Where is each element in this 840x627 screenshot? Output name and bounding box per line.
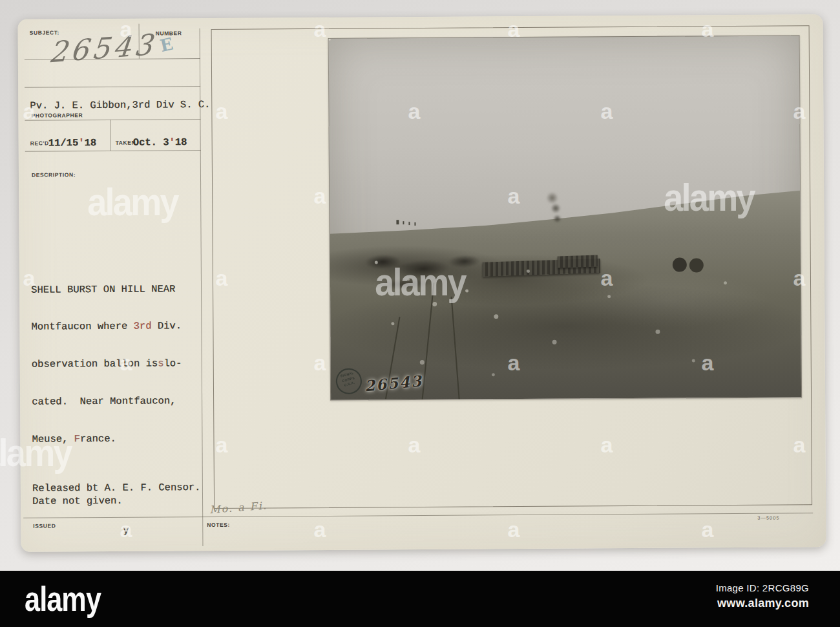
description-line4: cated. Near Montfaucon, bbox=[32, 396, 176, 408]
alamy-logo: alamy bbox=[25, 579, 101, 619]
image-id-text: Image ID: 2RCG89G bbox=[716, 582, 809, 593]
rule-blank-row bbox=[25, 86, 200, 88]
divider-dates bbox=[110, 120, 110, 151]
number-stamp-e: E bbox=[158, 34, 175, 56]
description-line: Montfaucon where 3rd Div. bbox=[31, 321, 182, 334]
description-line2c: Div. bbox=[151, 321, 182, 332]
alamy-stock-photo-page: SUBJECT: 26543 NUMBER E Pv. J. E. Gibbon… bbox=[0, 0, 840, 627]
received-date-apostrophe: ' bbox=[78, 137, 84, 149]
released-line2: Date not given. bbox=[32, 495, 123, 507]
description-line5c: rance. bbox=[80, 433, 116, 445]
rule-issued-notes bbox=[23, 513, 813, 518]
received-date-year: 18 bbox=[84, 137, 96, 149]
taken-date-year: 18 bbox=[175, 136, 187, 148]
description-line: observation ballon iss lo- bbox=[32, 358, 182, 372]
taken-date-main: Oct. 3 bbox=[133, 136, 169, 148]
alamy-url: www.alamy.com bbox=[716, 597, 809, 610]
wreckage-debris bbox=[355, 237, 493, 301]
photograph-shell-burst: SIGNAL CORPS U.S.A. 26543 bbox=[328, 35, 802, 400]
released-line1: Released bt A. E. F. Censor. bbox=[32, 482, 201, 494]
taken-date-apostrophe: ' bbox=[169, 136, 174, 148]
description-text: SHELL BURST ON HILL NEAR Montfaucon wher… bbox=[31, 258, 183, 471]
issued-mark: y bbox=[123, 525, 129, 537]
description-label: DESCRIPTION: bbox=[32, 171, 76, 178]
description-line: Meuse, France. bbox=[32, 432, 182, 446]
description-line1: SHELL BURST ON HILL NEAR bbox=[31, 283, 175, 295]
cable-reels bbox=[673, 257, 687, 271]
archive-index-card: SUBJECT: 26543 NUMBER E Pv. J. E. Gibbon… bbox=[17, 14, 826, 552]
description-line5a: Meuse, bbox=[32, 433, 74, 445]
scattered-debris bbox=[329, 39, 331, 41]
rule-under-dates bbox=[25, 150, 201, 152]
received-date-main: 11/15 bbox=[48, 137, 79, 149]
received-date: 11/15'18 bbox=[48, 137, 97, 149]
description-line: cated. Near Montfaucon, bbox=[32, 396, 182, 409]
photographer-name: Pv. J. E. Gibbon,3rd Div S. C. bbox=[30, 99, 210, 112]
footer-right-block: Image ID: 2RCG89G www.alamy.com bbox=[716, 582, 809, 610]
rule-under-photographer bbox=[25, 119, 200, 121]
received-label: REC'D bbox=[30, 140, 49, 147]
description-line3c: lo- bbox=[158, 358, 182, 370]
photographer-label: PHOTOGRAPHER bbox=[31, 112, 83, 118]
corrugated-panels bbox=[558, 255, 598, 268]
distant-figures bbox=[396, 220, 399, 224]
alamy-footer-bar: alamy Image ID: 2RCG89G www.alamy.com bbox=[0, 571, 840, 627]
notes-label: NOTES: bbox=[207, 522, 230, 528]
description-line2a: Montfaucon where bbox=[31, 321, 133, 333]
issued-label: ISSUED bbox=[33, 522, 56, 529]
description-line: SHELL BURST ON HILL NEAR bbox=[31, 283, 182, 297]
shell-burst-smoke bbox=[543, 190, 567, 224]
form-number: 3—5005 bbox=[757, 515, 779, 521]
subject-number-handwritten: 26543 bbox=[47, 27, 157, 69]
description-line2-red: 3rd bbox=[133, 321, 151, 332]
description-line3a: observation ballon is bbox=[32, 358, 158, 370]
taken-date: Oct. 3'18 bbox=[133, 136, 187, 149]
